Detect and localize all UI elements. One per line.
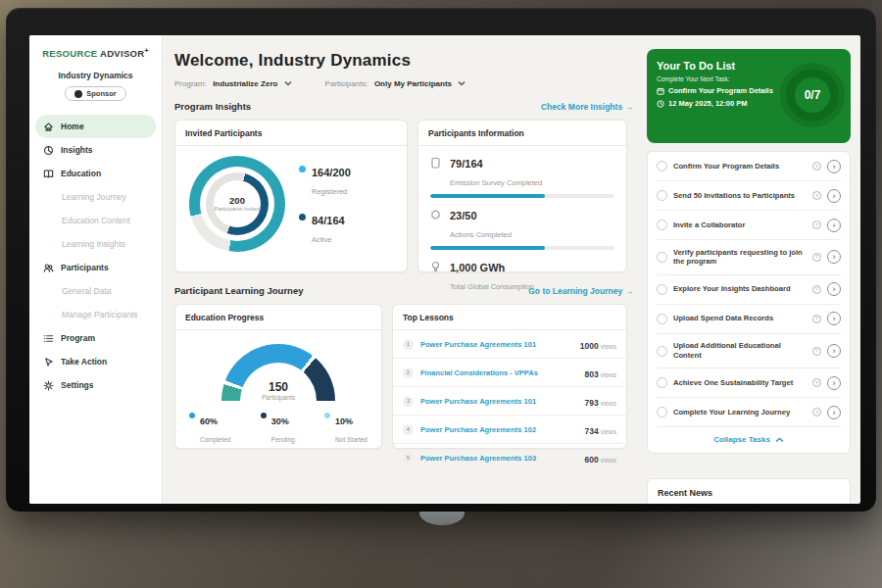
task-checkbox[interactable] bbox=[657, 190, 667, 201]
dashboard-screen: RESOURCE ADVISOR+ Industry Dynamics Spon… bbox=[29, 35, 860, 504]
help-icon[interactable]: ? bbox=[812, 378, 821, 387]
participants-filter-value: Only My Participants bbox=[374, 79, 452, 88]
task-checkbox[interactable] bbox=[657, 252, 667, 263]
chevron-right-icon[interactable]: › bbox=[827, 406, 841, 419]
lesson-link[interactable]: Financial Considerations - VPPAs bbox=[420, 368, 578, 377]
sidebar-item-education[interactable]: Education bbox=[29, 162, 162, 185]
chevron-up-icon bbox=[775, 437, 784, 443]
logo-plus: + bbox=[144, 47, 148, 54]
chevron-right-icon[interactable]: › bbox=[827, 160, 841, 173]
task-row[interactable]: Explore Your Insights Dashboard ? › bbox=[657, 275, 841, 305]
legend-active: 84/164 Active bbox=[299, 211, 351, 246]
gauge-center-value: 150 bbox=[269, 380, 288, 394]
check-more-insights-link[interactable]: Check More Insights → bbox=[541, 102, 633, 112]
lesson-link[interactable]: Power Purchase Agreements 102 bbox=[420, 425, 578, 434]
help-icon[interactable]: ? bbox=[812, 162, 821, 171]
legend-completed: 60% Completed bbox=[189, 411, 230, 446]
completed-dot-icon bbox=[189, 413, 195, 418]
insights-cards-row: Invited Participants 200 Participants In… bbox=[174, 120, 633, 272]
action-icon bbox=[430, 206, 442, 241]
task-row[interactable]: Send 50 Invitations to Participants ? › bbox=[657, 181, 841, 211]
sponsor-badge[interactable]: Sponsor bbox=[65, 86, 125, 101]
sidebar-item-label: Education bbox=[61, 169, 101, 178]
clock-icon bbox=[657, 100, 664, 108]
go-to-learning-journey-link[interactable]: Go to Learning Journey → bbox=[528, 286, 633, 296]
legend-not-started: 10% Not Started bbox=[324, 411, 368, 446]
sidebar-item-participants[interactable]: Participants bbox=[29, 256, 162, 279]
lesson-link[interactable]: Power Purchase Agreements 101 bbox=[420, 340, 573, 349]
sidebar-item-manage-participants[interactable]: Manage Participants bbox=[29, 303, 162, 326]
chevron-right-icon[interactable]: › bbox=[827, 250, 841, 264]
gauge-center-label: Participants bbox=[262, 394, 295, 401]
sidebar-item-learning-insights[interactable]: Learning Insights bbox=[29, 232, 162, 256]
logo-resource: RESOURCE bbox=[42, 48, 97, 59]
task-checkbox[interactable] bbox=[657, 220, 667, 230]
task-row[interactable]: Upload Spend Data Records ? › bbox=[657, 305, 841, 334]
task-checkbox[interactable] bbox=[657, 161, 667, 172]
help-icon[interactable]: ? bbox=[812, 408, 821, 416]
invited-participants-card: Invited Participants 200 Participants In… bbox=[174, 120, 408, 272]
chevron-right-icon[interactable]: › bbox=[827, 219, 841, 232]
sidebar-item-education-content[interactable]: Education Content bbox=[29, 209, 162, 232]
lesson-row: 5 Power Purchase Agreements 103 600views bbox=[393, 444, 626, 471]
collapse-tasks-link[interactable]: Collapse Tasks bbox=[657, 427, 841, 453]
task-row[interactable]: Confirm Your Program Details ? › bbox=[657, 152, 841, 181]
task-checkbox[interactable] bbox=[657, 377, 667, 388]
task-row[interactable]: Upload Additional Educational Content ? … bbox=[657, 334, 841, 369]
sidebar-item-label: Education Content bbox=[62, 216, 130, 225]
sidebar-item-label: Learning Journey bbox=[62, 192, 126, 202]
gear-icon bbox=[43, 380, 54, 391]
sidebar-item-program[interactable]: Program bbox=[29, 326, 162, 350]
legend-pending: 30% Pending bbox=[261, 411, 295, 446]
chevron-right-icon[interactable]: › bbox=[827, 282, 841, 296]
help-icon[interactable]: ? bbox=[812, 220, 821, 229]
lesson-row: 2 Financial Considerations - VPPAs 803vi… bbox=[393, 359, 626, 387]
task-list-card: Confirm Your Program Details ? › Send 50… bbox=[647, 151, 851, 454]
task-checkbox[interactable] bbox=[657, 346, 667, 357]
sidebar-item-insights[interactable]: Insights bbox=[29, 138, 162, 162]
help-icon[interactable]: ? bbox=[812, 347, 821, 356]
task-row[interactable]: Verify participants requesting to join t… bbox=[657, 240, 841, 275]
todo-summary-card: Your To Do List Complete Your Next Task:… bbox=[647, 49, 851, 143]
sidebar-item-take-action[interactable]: Take Action bbox=[29, 350, 162, 373]
learning-cards-row: Education Progress 150 Participants 60% … bbox=[174, 304, 633, 449]
sidebar-item-learning-journey[interactable]: Learning Journey bbox=[29, 185, 162, 209]
lesson-row: 4 Power Purchase Agreements 102 734views bbox=[393, 416, 626, 444]
help-icon[interactable]: ? bbox=[812, 253, 821, 262]
registered-dot-icon bbox=[299, 166, 306, 172]
sidebar-item-general-data[interactable]: General Data bbox=[29, 279, 162, 303]
task-checkbox[interactable] bbox=[657, 284, 667, 295]
program-filter[interactable]: Program: Industrialize Zero bbox=[174, 79, 292, 88]
card-title: Top Lessons bbox=[393, 305, 626, 330]
help-icon[interactable]: ? bbox=[812, 191, 821, 200]
task-row[interactable]: Achieve One Sustainability Target ? › bbox=[657, 368, 841, 398]
todo-column: Your To Do List Complete Your Next Task:… bbox=[647, 35, 851, 504]
task-row[interactable]: Invite a Collaborator ? › bbox=[657, 211, 841, 240]
task-checkbox[interactable] bbox=[657, 314, 667, 324]
cursor-action-icon bbox=[43, 357, 54, 368]
participants-filter[interactable]: Participants: Only My Participants bbox=[325, 79, 466, 88]
program-filter-label: Program: bbox=[174, 79, 207, 88]
filter-bar: Program: Industrialize Zero Participants… bbox=[174, 79, 633, 88]
participants-icon bbox=[43, 263, 54, 273]
list-icon bbox=[43, 333, 54, 344]
lesson-link[interactable]: Power Purchase Agreements 103 bbox=[420, 454, 578, 463]
recent-news-title: Recent News bbox=[648, 479, 850, 504]
chevron-right-icon[interactable]: › bbox=[827, 376, 841, 390]
recent-news-card: Recent News bbox=[647, 478, 851, 504]
chevron-right-icon[interactable]: › bbox=[827, 312, 841, 325]
chevron-right-icon[interactable]: › bbox=[827, 344, 841, 358]
rank-badge: 2 bbox=[403, 368, 414, 378]
page-title: Welcome, Industry Dynamics bbox=[174, 51, 633, 71]
card-title: Invited Participants bbox=[175, 121, 407, 146]
sidebar-item-settings[interactable]: Settings bbox=[29, 373, 162, 397]
task-checkbox[interactable] bbox=[657, 407, 667, 417]
program-filter-value: Industrialize Zero bbox=[213, 79, 277, 88]
lesson-link[interactable]: Power Purchase Agreements 101 bbox=[420, 397, 578, 406]
task-row[interactable]: Complete Your Learning Journey ? › bbox=[657, 398, 841, 427]
chevron-right-icon[interactable]: › bbox=[827, 189, 841, 203]
help-icon[interactable]: ? bbox=[812, 285, 821, 294]
help-icon[interactable]: ? bbox=[812, 315, 821, 323]
sidebar-item-home[interactable]: Home bbox=[35, 115, 156, 138]
rank-badge: 4 bbox=[403, 424, 414, 435]
